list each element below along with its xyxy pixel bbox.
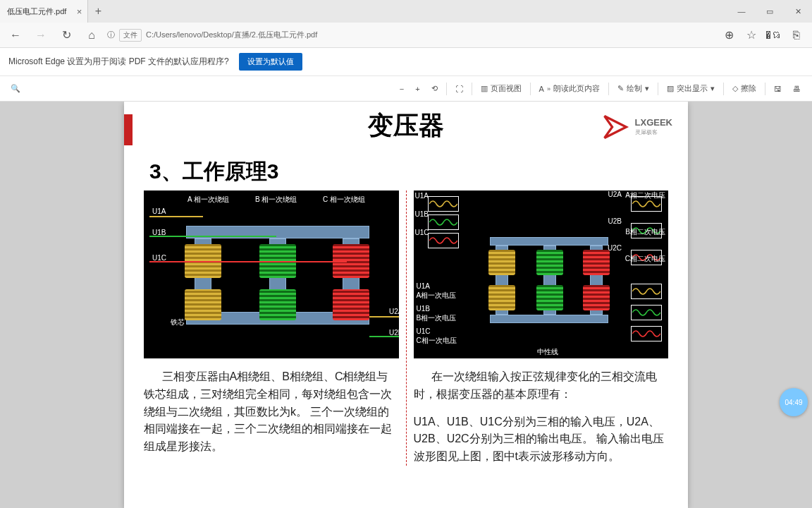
red-accent: [124, 114, 133, 145]
address-bar: ← → ↻ ⌂ ⓘ 文件 C:/Users/lenovo/Desktop/直播/…: [0, 23, 812, 48]
highlight-button[interactable]: ▨ 突出显示 ▾: [661, 83, 720, 94]
refresh-button[interactable]: ↻: [56, 25, 76, 45]
tab-title: 低压电工元件.pdf: [7, 6, 66, 17]
maximize-button[interactable]: ▭: [756, 0, 784, 23]
favorite-icon[interactable]: ☆: [742, 25, 761, 45]
back-button[interactable]: ←: [6, 25, 25, 45]
search-icon[interactable]: 🔍: [6, 79, 25, 99]
home-button[interactable]: ⌂: [82, 25, 102, 45]
forward-button[interactable]: →: [31, 25, 51, 45]
fit-page-button[interactable]: ⛶: [450, 85, 469, 93]
left-paragraph: 三相变压器由A相绕组、B相绕组、C相绕组与铁芯组成，三对绕组完全相同，每对绕组包…: [144, 368, 399, 456]
timestamp-badge[interactable]: 04:49: [780, 388, 808, 416]
read-aloud-button[interactable]: A» 朗读此页内容: [534, 83, 605, 94]
pdf-viewer[interactable]: LXGEEK灵犀极客 变压器 3、工作原理3: [0, 102, 812, 508]
section-heading: 3、工作原理3: [149, 157, 675, 186]
brand-logo: LXGEEK灵犀极客: [600, 111, 672, 143]
zoom-in-button[interactable]: +: [410, 85, 425, 93]
print-button[interactable]: 🖶: [787, 85, 806, 93]
close-window-button[interactable]: ✕: [784, 0, 812, 23]
zoom-icon[interactable]: ⊕: [719, 25, 739, 45]
rotate-button[interactable]: ⟲: [426, 84, 443, 93]
pdf-toolbar: 🔍 − + ⟲ ⛶ ▥ 页面视图 A» 朗读此页内容 ✎ 绘制 ▾ ▨ 突出显示…: [0, 76, 812, 102]
browser-tab[interactable]: 低压电工元件.pdf ×: [0, 0, 88, 23]
minimize-button[interactable]: —: [727, 0, 756, 23]
right-paragraph-1: 在一次绕组输入按正弦规律变化的三相交流电时，根据变压器的基本原理有：: [414, 368, 669, 404]
slide-title: 变压器: [137, 102, 675, 146]
notification-text: Microsoft Edge 设置为用于阅读 PDF 文件的默认应用程序?: [8, 56, 229, 68]
file-badge: 文件: [119, 29, 142, 42]
collections-icon[interactable]: �ធ: [764, 25, 784, 45]
erase-button[interactable]: ◇ 擦除: [727, 83, 762, 94]
page-view-button[interactable]: ▥ 页面视图: [475, 83, 527, 94]
notification-bar: Microsoft Edge 设置为用于阅读 PDF 文件的默认应用程序? 设置…: [0, 48, 812, 76]
address-field[interactable]: ⓘ 文件 C:/Users/lenovo/Desktop/直播/2.低压电工元件…: [107, 29, 317, 42]
set-default-button[interactable]: 设置为默认值: [239, 53, 302, 71]
info-icon: ⓘ: [107, 30, 115, 40]
pdf-page: LXGEEK灵犀极客 变压器 3、工作原理3: [124, 102, 688, 508]
titlebar: 低压电工元件.pdf × + — ▭ ✕: [0, 0, 812, 23]
new-tab-button[interactable]: +: [88, 1, 108, 21]
close-tab-icon[interactable]: ×: [77, 6, 82, 17]
zoom-out-button[interactable]: −: [394, 85, 410, 93]
transformer-diagram-left: A 相一次绕组 B 相一次绕组 C 相一次绕组 U1A U1B U1C 铁芯 U…: [144, 190, 399, 358]
url-text: C:/Users/lenovo/Desktop/直播/2.低压电工元件.pdf: [146, 30, 317, 40]
draw-button[interactable]: ✎ 绘制 ▾: [612, 83, 655, 94]
right-paragraph-2: U1A、U1B、U1C分别为三相的输入电压，U2A、U2B、U2C分别为三相的输…: [414, 413, 669, 466]
profile-icon[interactable]: ⎘: [787, 25, 806, 45]
transformer-diagram-right: U1A U1B U1C U1A A相一次电压 U1B B相一次电压 U1C C相…: [414, 190, 669, 358]
save-button[interactable]: 🖫: [768, 85, 787, 93]
